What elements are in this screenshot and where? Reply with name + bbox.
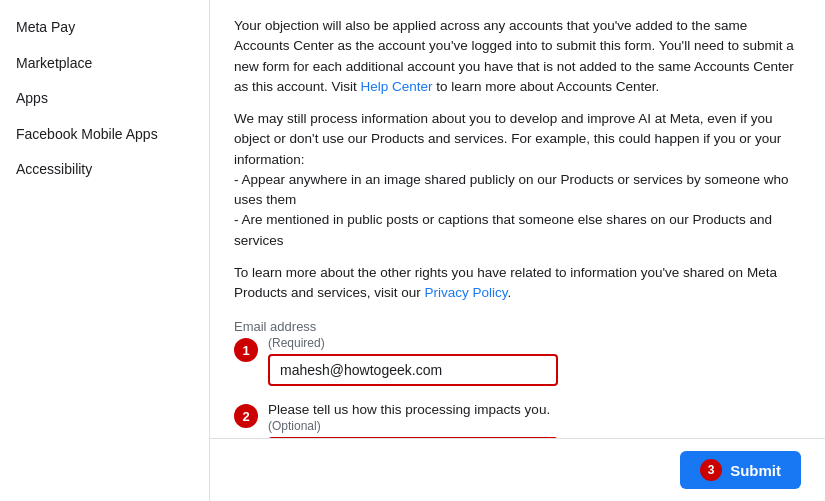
main-content: Your objection will also be applied acro… (210, 0, 825, 438)
sidebar-item-accessibility[interactable]: Accessibility (0, 152, 209, 188)
paragraph1: Your objection will also be applied acro… (234, 16, 801, 97)
submit-label: Submit (730, 462, 781, 479)
sidebar-item-label: Apps (16, 90, 48, 106)
step3-badge: 3 (700, 459, 722, 481)
email-required: (Required) (268, 336, 801, 350)
tell-us-optional: (Optional) (268, 419, 801, 433)
textarea-section: 2 Please tell us how this processing imp… (234, 402, 801, 438)
sidebar-item-label: Accessibility (16, 161, 92, 177)
bullet2: - Are mentioned in public posts or capti… (234, 212, 772, 247)
sidebar-item-meta-pay[interactable]: Meta Pay (0, 10, 209, 46)
email-field-content: (Required) (268, 336, 801, 386)
footer-bar: 3 Submit (210, 438, 825, 501)
paragraph2: We may still process information about y… (234, 109, 801, 251)
textarea-field-row: 2 Please tell us how this processing imp… (234, 402, 801, 438)
sidebar: Meta Pay Marketplace Apps Facebook Mobil… (0, 0, 210, 501)
sidebar-item-apps[interactable]: Apps (0, 81, 209, 117)
sidebar-item-marketplace[interactable]: Marketplace (0, 46, 209, 82)
step1-badge: 1 (234, 338, 258, 362)
sidebar-item-label: Meta Pay (16, 19, 75, 35)
sidebar-item-label: Marketplace (16, 55, 92, 71)
email-input[interactable] (268, 354, 558, 386)
sidebar-item-label: Facebook Mobile Apps (16, 126, 158, 142)
email-field-row: 1 (Required) (234, 336, 801, 386)
email-label: Email address (234, 319, 801, 334)
email-section: Email address 1 (Required) (234, 319, 801, 398)
impact-textarea[interactable]: I would not like for my personal data to… (268, 437, 558, 438)
submit-button[interactable]: 3 Submit (680, 451, 801, 489)
textarea-field-content: Please tell us how this processing impac… (268, 402, 801, 438)
page-wrapper: Your objection will also be applied acro… (210, 0, 825, 501)
paragraph3: To learn more about the other rights you… (234, 263, 801, 304)
tell-us-label: Please tell us how this processing impac… (268, 402, 801, 417)
bullet1: - Appear anywhere in an image shared pub… (234, 172, 789, 207)
step2-badge: 2 (234, 404, 258, 428)
privacy-policy-link[interactable]: Privacy Policy (425, 285, 508, 300)
sidebar-item-facebook-mobile-apps[interactable]: Facebook Mobile Apps (0, 117, 209, 153)
help-center-link[interactable]: Help Center (361, 79, 433, 94)
